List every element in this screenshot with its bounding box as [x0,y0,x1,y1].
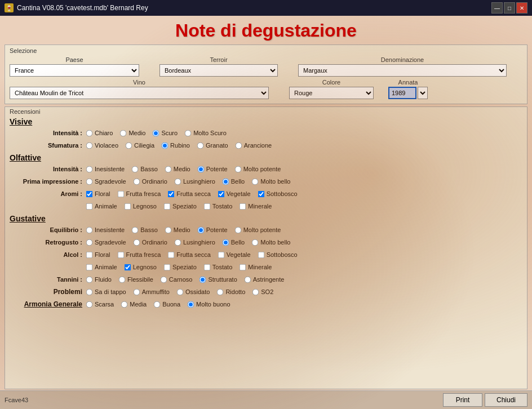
radio-sgradevole-rg[interactable]: Sgradevole [86,239,126,246]
check-animale[interactable]: Animale [86,203,117,210]
aromi-row1: Aromi : Floral Frutta fresca Frutta secc… [10,188,522,199]
radio-potente-olf[interactable]: Potente [197,166,228,173]
check-speziato[interactable]: Speziato [163,203,197,210]
radio-molto-scuro[interactable]: Molto Scuro [184,130,227,137]
check-frutta-fresca[interactable]: Frutta fresca [117,190,161,198]
denominazione-select[interactable]: Margaux [298,64,507,77]
check-alcol-vegetale[interactable]: Vegetale [218,251,251,259]
colore-select[interactable]: Rouge [289,87,374,99]
check-tostato[interactable]: Tostato [203,203,232,210]
radio-chiaro[interactable]: Chiaro [86,130,113,137]
problemi-row: Problemi Sa di tappo Ammuffito Ossidato … [10,286,522,297]
radio-fluido[interactable]: Fluido [86,276,112,283]
check-alcol-frutta-fresca[interactable]: Frutta fresca [117,251,161,259]
radio-ridotto[interactable]: Ridotto [216,288,245,296]
radio-violaceo[interactable]: Violaceo [86,142,118,149]
radio-molto-potente-olf[interactable]: Molto potente [234,166,281,173]
radio-potente-eq[interactable]: Potente [197,226,228,234]
radio-bello-rg[interactable]: Bello [222,239,245,246]
check-alcol-legnoso[interactable]: Legnoso [124,264,157,271]
radio-ordinario-rg[interactable]: Ordinario [133,239,167,246]
chiudi-button[interactable]: Chiudi [485,393,527,407]
radio-inesistente-eq[interactable]: Inesistente [86,226,125,234]
check-alcol-frutta-secca[interactable]: Frutta secca [167,251,211,259]
annata-dropdown[interactable]: ▼ [418,87,428,99]
radio-bello-pi[interactable]: Bello [222,178,245,185]
titlebar: 🍷 Cantina V08.05 'cavetest.mdb' Bernard … [0,0,532,16]
radio-media[interactable]: Media [121,301,147,308]
check-floral[interactable]: Floral [86,190,110,198]
radio-molto-bello-pi[interactable]: Molto bello [251,178,290,185]
radio-flessibile[interactable]: Flessibile [118,276,153,283]
radio-ammuffito[interactable]: Ammuffito [133,288,170,296]
minimize-button[interactable]: — [491,2,503,14]
check-alcol-floral[interactable]: Floral [86,251,110,259]
radio-sgradevole-pi[interactable]: Sgradevole [86,178,126,185]
terroir-select[interactable]: Bordeaux [159,64,278,77]
radio-ossidato[interactable]: Ossidato [176,288,210,296]
check-frutta-secca[interactable]: Frutta secca [167,190,211,198]
radio-astringente[interactable]: Astringente [244,276,285,283]
radio-basso-eq[interactable]: Basso [131,226,158,234]
visive-intensita-row: Intensità : Chiaro Medio Scuro Molto Scu… [10,127,522,139]
problemi-label: Problemi [10,288,86,296]
footer-text: Fcave43 [5,397,28,403]
sfumatura-label: Sfumatura : [10,142,86,149]
vino-select[interactable]: Château Moulin de Tricot [10,87,269,99]
radio-ciliegia[interactable]: Ciliegia [125,142,154,149]
radio-lusin-pi[interactable]: Lusinghiero [174,178,215,185]
terroir-label: Terroir [210,56,227,63]
radio-scarsa[interactable]: Scarsa [86,301,114,308]
check-vegetale[interactable]: Vegetale [218,190,251,198]
alcol-row2: Animale Legnoso Speziato Tostato Mineral… [10,261,522,273]
aromi-label: Aromi : [10,190,86,197]
radio-carnoso[interactable]: Carnoso [160,276,193,283]
paese-select[interactable]: France [10,64,139,77]
radio-molto-potente-eq[interactable]: Molto potente [234,226,281,234]
radio-inesistente-olf[interactable]: Inesistente [86,166,125,173]
radio-medio-vis[interactable]: Medio [119,130,145,137]
radio-medio-olf[interactable]: Medio [165,166,190,173]
check-alcol-minerale[interactable]: Minerale [239,264,272,271]
radio-rubino[interactable]: Rubino [161,142,190,149]
check-legnoso[interactable]: Legnoso [124,203,157,210]
print-button[interactable]: Print [443,393,482,407]
vino-label: Vino [133,79,145,86]
sfumatura-row: Sfumatura : Violaceo Ciliegia Rubino Gra… [10,140,522,151]
check-alcol-animale[interactable]: Animale [86,264,117,271]
olf-intensita-label: Intensità : [10,166,86,172]
tannini-label: Tannini : [10,276,86,283]
equilibrio-row: Equilibrio : Inesistente Basso Medio Pot… [10,224,522,235]
radio-ordinario-pi[interactable]: Ordinario [133,178,167,185]
radio-arancione[interactable]: Arancione [235,142,272,149]
prima-impressione-row: Prima impressione : Sgradevole Ordinario… [10,176,522,187]
radio-medio-eq[interactable]: Medio [165,226,190,234]
paese-label: Paese [65,56,83,63]
radio-sa-di-tappo[interactable]: Sa di tappo [86,288,126,296]
radio-strutturato[interactable]: Strutturato [199,276,237,283]
radio-molto-buono[interactable]: Molto buono [187,301,230,308]
radio-molto-bello-rg[interactable]: Molto bello [251,239,290,246]
radio-basso-olf[interactable]: Basso [131,166,158,173]
armonia-row: Armonia Generale Scarsa Media Buona Molt… [10,299,522,310]
visive-title: Visive [10,117,522,126]
radio-scuro[interactable]: Scuro [152,130,178,137]
app-icon: 🍷 [5,3,14,12]
radio-granato[interactable]: Granato [197,142,228,149]
visive-intensita-label: Intensità : [10,130,86,136]
close-button[interactable]: ✕ [516,2,527,14]
check-alcol-sottobosco[interactable]: Sottobosco [258,251,298,259]
radio-so2[interactable]: SO2 [252,288,273,296]
check-sottobosco[interactable]: Sottobosco [258,190,298,198]
page-title: Note di degustazione [0,16,532,45]
olfattive-title: Olfattive [10,153,522,162]
radio-lusin-rg[interactable]: Lusinghiero [174,239,215,246]
armonia-label: Armonia Generale [10,300,86,308]
annata-input[interactable] [388,87,416,99]
window-title: Cantina V08.05 'cavetest.mdb' Bernard Re… [17,4,491,12]
check-alcol-speziato[interactable]: Speziato [163,264,197,271]
check-minerale[interactable]: Minerale [239,203,272,210]
radio-buona[interactable]: Buona [153,301,180,308]
maximize-button[interactable]: □ [504,2,515,14]
check-alcol-tostato[interactable]: Tostato [203,264,232,271]
